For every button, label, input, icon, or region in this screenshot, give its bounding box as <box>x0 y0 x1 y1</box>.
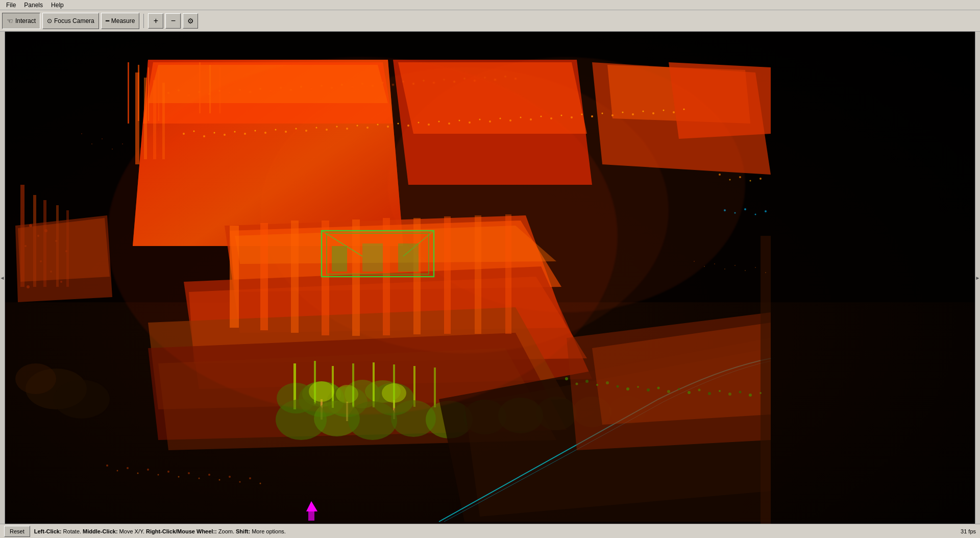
toolbar-separator-1 <box>143 14 144 28</box>
menu-bar: File Panels Help <box>0 0 980 10</box>
svg-point-240 <box>122 143 123 144</box>
svg-point-201 <box>678 388 680 390</box>
svg-point-196 <box>626 387 629 390</box>
svg-rect-75 <box>128 62 129 124</box>
svg-point-202 <box>688 391 691 394</box>
svg-point-222 <box>229 476 231 478</box>
svg-point-216 <box>167 471 169 473</box>
svg-point-236 <box>81 133 82 134</box>
svg-point-214 <box>147 469 149 471</box>
svg-point-221 <box>219 479 220 481</box>
svg-point-208 <box>749 394 752 397</box>
svg-point-239 <box>112 149 113 150</box>
svg-point-224 <box>249 477 251 479</box>
svg-point-200 <box>667 390 670 393</box>
minus-icon: − <box>171 16 176 26</box>
svg-point-218 <box>188 472 190 474</box>
svg-point-205 <box>719 390 721 392</box>
svg-point-230 <box>760 178 762 180</box>
svg-point-247 <box>755 267 756 268</box>
settings-button[interactable]: ⚙ <box>183 13 198 29</box>
zoom-out-button[interactable]: − <box>165 13 181 29</box>
svg-point-234 <box>755 214 756 215</box>
pointcloud-svg <box>5 32 975 524</box>
reset-button[interactable]: Reset <box>4 526 30 537</box>
svg-point-246 <box>745 270 746 271</box>
svg-rect-102 <box>761 236 771 524</box>
svg-point-204 <box>708 392 711 395</box>
status-bar: Reset Left-Click: Rotate. Middle-Click: … <box>0 524 980 538</box>
right-collapse-handle[interactable]: ► <box>975 32 980 524</box>
3d-viewport[interactable] <box>5 32 975 524</box>
plus-icon: + <box>154 16 158 26</box>
svg-point-229 <box>750 180 751 182</box>
svg-point-192 <box>585 380 589 383</box>
svg-rect-78 <box>158 70 159 121</box>
zoom-in-button[interactable]: + <box>148 13 163 29</box>
right-arrow-icon: ► <box>975 275 980 281</box>
measure-label: Measure <box>111 17 135 25</box>
fps-counter: 31 fps <box>961 528 976 534</box>
svg-point-206 <box>728 393 731 396</box>
svg-point-251 <box>388 57 745 312</box>
svg-point-215 <box>158 474 159 476</box>
svg-point-195 <box>617 385 619 388</box>
svg-point-190 <box>565 377 568 380</box>
pointcloud-display <box>5 32 975 524</box>
svg-point-235 <box>765 210 767 212</box>
svg-point-213 <box>137 473 139 474</box>
svg-point-225 <box>260 483 261 484</box>
measure-button[interactable]: ━ Measure <box>101 13 140 29</box>
focus-camera-button[interactable]: ⊙ Focus Camera <box>42 13 99 29</box>
menu-help[interactable]: Help <box>47 1 68 10</box>
toolbar: ☜ Interact ⊙ Focus Camera ━ Measure + − … <box>0 10 980 32</box>
svg-point-244 <box>724 268 725 270</box>
svg-point-198 <box>647 388 650 392</box>
left-arrow-icon: ◄ <box>0 275 5 281</box>
svg-point-217 <box>178 476 180 478</box>
focus-camera-label: Focus Camera <box>54 17 94 25</box>
menu-panels[interactable]: Panels <box>20 1 47 10</box>
svg-point-233 <box>744 208 746 210</box>
svg-rect-76 <box>138 65 139 121</box>
svg-point-207 <box>739 391 742 394</box>
svg-point-248 <box>765 272 766 273</box>
svg-point-197 <box>637 386 639 388</box>
svg-point-237 <box>91 143 92 144</box>
measure-icon: ━ <box>106 17 109 25</box>
main-content: ◄ <box>0 32 980 524</box>
left-collapse-handle[interactable]: ◄ <box>0 32 5 524</box>
svg-point-211 <box>117 470 118 472</box>
svg-point-194 <box>606 381 609 384</box>
svg-point-210 <box>106 464 108 467</box>
svg-point-203 <box>698 389 701 392</box>
svg-point-238 <box>102 138 103 139</box>
svg-point-219 <box>199 478 200 479</box>
svg-point-103 <box>168 92 169 94</box>
interact-label: Interact <box>15 17 36 25</box>
svg-point-245 <box>734 265 736 266</box>
svg-point-212 <box>127 467 129 469</box>
svg-point-104 <box>178 90 179 91</box>
svg-point-100 <box>54 380 110 419</box>
svg-rect-77 <box>148 67 149 121</box>
svg-point-223 <box>239 481 241 483</box>
svg-point-193 <box>596 384 598 386</box>
svg-marker-98 <box>18 218 110 282</box>
svg-point-243 <box>714 263 715 264</box>
svg-point-101 <box>15 363 56 394</box>
svg-point-106 <box>199 91 200 92</box>
svg-point-105 <box>188 95 190 96</box>
svg-point-199 <box>657 387 660 389</box>
focus-camera-icon: ⊙ <box>47 17 52 25</box>
interact-icon: ☜ <box>7 17 13 25</box>
svg-point-191 <box>576 383 578 385</box>
svg-point-209 <box>760 392 762 394</box>
svg-point-220 <box>208 474 210 476</box>
gear-icon: ⚙ <box>187 17 194 25</box>
status-help-text: Left-Click: Rotate. Middle-Click: Move X… <box>34 528 286 534</box>
menu-file[interactable]: File <box>2 1 20 10</box>
interact-button[interactable]: ☜ Interact <box>2 13 40 29</box>
